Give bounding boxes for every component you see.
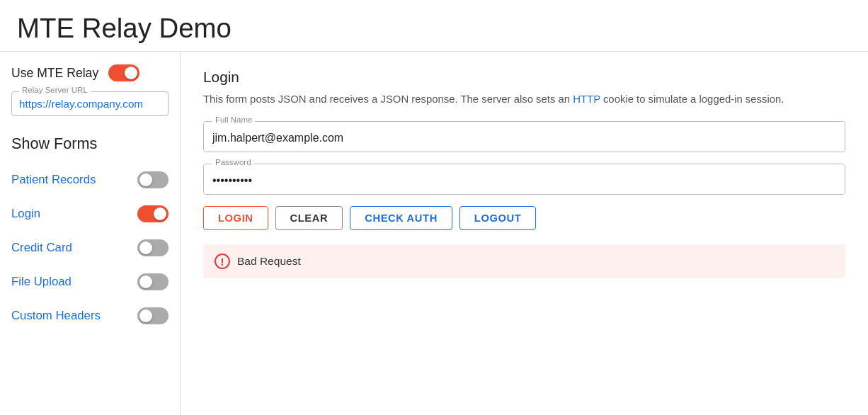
relay-url-label: Relay Server URL <box>19 86 91 94</box>
sidebar-item-patient-records: Patient Records <box>11 163 169 197</box>
error-message: Bad Request <box>237 255 301 268</box>
error-banner: ! Bad Request <box>203 244 845 278</box>
desc-http: HTTP <box>573 93 600 105</box>
desc-text-1: This form posts JSON and receives a JSON… <box>203 93 573 105</box>
password-input[interactable] <box>204 164 845 194</box>
main-layout: Use MTE Relay Relay Server URL https://r… <box>0 52 868 415</box>
credit-card-label: Credit Card <box>11 241 72 255</box>
app-title: MTE Relay Demo <box>0 0 868 52</box>
password-field-group: Password <box>203 164 845 195</box>
password-label: Password <box>212 158 254 166</box>
toggle-thumb <box>139 309 152 322</box>
use-mte-toggle[interactable] <box>108 64 139 81</box>
desc-text-2: cookie to simulate a logged-in session. <box>600 93 784 105</box>
custom-headers-label: Custom Headers <box>11 309 101 323</box>
buttons-row: LOGIN CLEAR CHECK AUTH LOGOUT <box>203 206 845 230</box>
app-container: MTE Relay Demo Use MTE Relay Relay Serve… <box>0 0 868 415</box>
login-button[interactable]: LOGIN <box>203 206 268 230</box>
patient-records-toggle[interactable] <box>137 171 169 188</box>
clear-button[interactable]: CLEAR <box>275 206 343 230</box>
credit-card-toggle[interactable] <box>137 239 169 256</box>
sidebar: Use MTE Relay Relay Server URL https://r… <box>0 52 181 415</box>
toggle-thumb <box>154 208 166 220</box>
toggle-thumb <box>139 174 152 186</box>
sidebar-item-file-upload: File Upload <box>11 265 169 299</box>
sidebar-item-credit-card: Credit Card <box>11 231 169 265</box>
sidebar-item-custom-headers: Custom Headers <box>11 299 169 333</box>
login-label: Login <box>11 207 40 221</box>
logout-button[interactable]: LOGOUT <box>459 206 537 230</box>
error-icon-text: ! <box>220 256 224 268</box>
main-content: Login This form posts JSON and receives … <box>181 52 868 415</box>
full-name-label: Full Name <box>212 115 255 124</box>
check-auth-button[interactable]: CHECK AUTH <box>350 206 452 230</box>
form-title: Login <box>203 69 845 86</box>
error-icon: ! <box>215 254 230 269</box>
use-mte-row: Use MTE Relay <box>11 64 169 81</box>
patient-records-label: Patient Records <box>11 173 96 187</box>
full-name-input[interactable] <box>204 122 845 152</box>
relay-url-value: https://relay.company.com <box>19 98 161 110</box>
full-name-field-group: Full Name <box>203 121 845 152</box>
show-forms-title: Show Forms <box>11 135 169 153</box>
file-upload-label: File Upload <box>11 275 72 289</box>
custom-headers-toggle[interactable] <box>137 307 169 324</box>
use-mte-label: Use MTE Relay <box>11 66 98 81</box>
sidebar-item-login: Login <box>11 197 169 231</box>
relay-url-group: Relay Server URL https://relay.company.c… <box>11 91 169 116</box>
file-upload-toggle[interactable] <box>137 273 169 290</box>
toggle-thumb <box>139 241 152 254</box>
form-description: This form posts JSON and receives a JSON… <box>203 91 845 107</box>
toggle-thumb <box>139 275 152 288</box>
login-toggle[interactable] <box>137 205 169 222</box>
